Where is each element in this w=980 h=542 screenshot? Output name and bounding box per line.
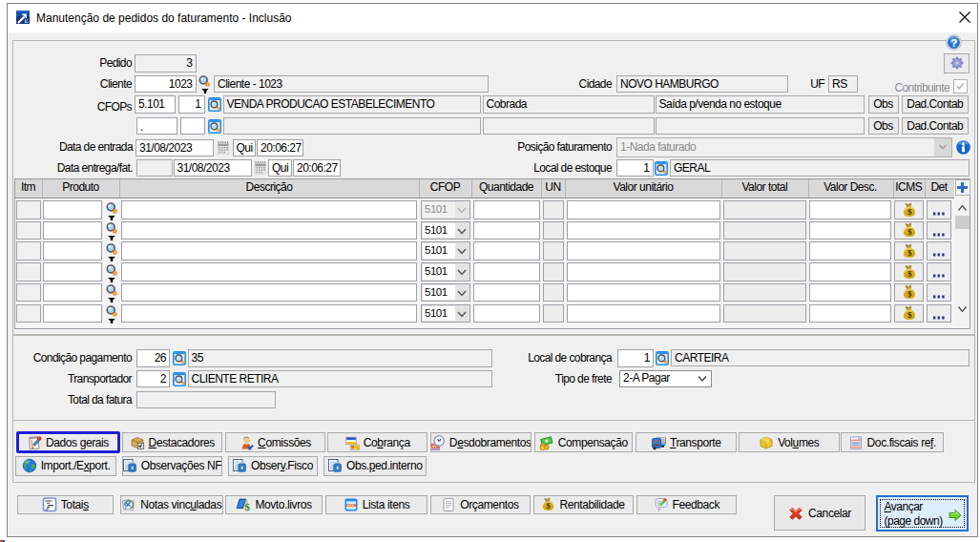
svg-text:$: $ (245, 501, 251, 512)
svg-text:$: $ (547, 502, 551, 511)
svg-text:?: ? (950, 37, 957, 49)
